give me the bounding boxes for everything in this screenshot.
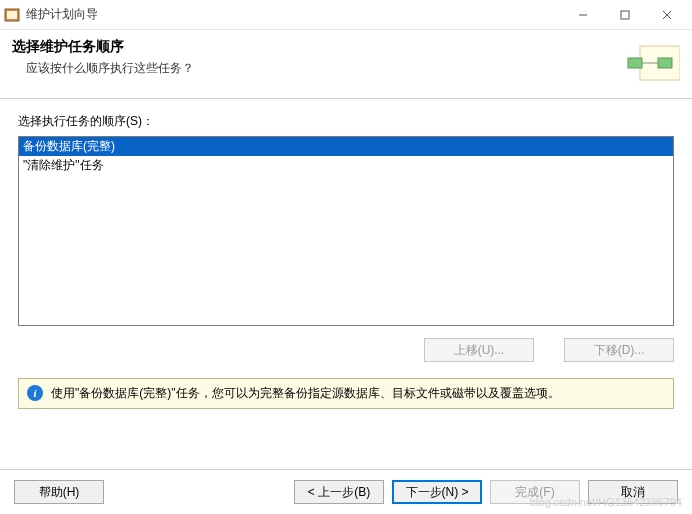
minimize-button[interactable] (562, 1, 604, 29)
move-down-button[interactable]: 下移(D)... (564, 338, 674, 362)
svg-rect-7 (628, 58, 642, 68)
finish-button[interactable]: 完成(F) (490, 480, 580, 504)
move-buttons-row: 上移(U)... 下移(D)... (18, 338, 674, 362)
help-button[interactable]: 帮助(H) (14, 480, 104, 504)
wizard-footer: 帮助(H) < 上一步(B) 下一步(N) > 完成(F) 取消 (0, 469, 692, 514)
window-title: 维护计划向导 (26, 6, 98, 23)
info-bar: i 使用"备份数据库(完整)"任务，您可以为完整备份指定源数据库、目标文件或磁带… (18, 378, 674, 409)
content-area: 选择执行任务的顺序(S)： 备份数据库(完整)"清除维护"任务 上移(U)...… (0, 99, 692, 362)
header-graphic-icon (620, 38, 680, 88)
cancel-button[interactable]: 取消 (588, 480, 678, 504)
task-order-listbox[interactable]: 备份数据库(完整)"清除维护"任务 (18, 136, 674, 326)
svg-rect-1 (7, 11, 17, 19)
app-icon (4, 7, 20, 23)
page-subheading: 应该按什么顺序执行这些任务？ (26, 60, 194, 77)
info-icon: i (27, 385, 43, 401)
svg-rect-8 (658, 58, 672, 68)
header-text: 选择维护任务顺序 应该按什么顺序执行这些任务？ (12, 38, 194, 88)
move-up-button[interactable]: 上移(U)... (424, 338, 534, 362)
maximize-button[interactable] (604, 1, 646, 29)
svg-rect-3 (621, 11, 629, 19)
titlebar: 维护计划向导 (0, 0, 692, 30)
info-text: 使用"备份数据库(完整)"任务，您可以为完整备份指定源数据库、目标文件或磁带以及… (51, 385, 560, 402)
back-button[interactable]: < 上一步(B) (294, 480, 384, 504)
window-controls (562, 1, 688, 29)
next-button[interactable]: 下一步(N) > (392, 480, 482, 504)
wizard-header: 选择维护任务顺序 应该按什么顺序执行这些任务？ (0, 30, 692, 99)
list-item[interactable]: "清除维护"任务 (19, 156, 673, 175)
list-label: 选择执行任务的顺序(S)： (18, 113, 674, 130)
list-item[interactable]: 备份数据库(完整) (19, 137, 673, 156)
page-heading: 选择维护任务顺序 (12, 38, 194, 56)
close-button[interactable] (646, 1, 688, 29)
